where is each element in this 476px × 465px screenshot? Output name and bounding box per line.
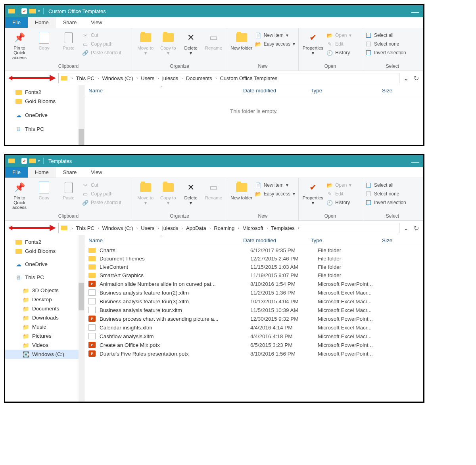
breadcrumb-segment[interactable]: Custom Office Templates xyxy=(219,75,278,81)
select-all-button[interactable]: Select all xyxy=(365,181,406,189)
nav-item[interactable]: ☁OneDrive xyxy=(5,111,84,120)
file-row[interactable]: LiveContent11/15/2015 1:03 AMFile folder xyxy=(84,263,423,271)
tab-file[interactable]: File xyxy=(5,167,28,178)
file-list-pane[interactable]: Name⌃ Date modified Type Size Charts6/12… xyxy=(84,235,423,402)
tab-view[interactable]: View xyxy=(84,17,109,28)
breadcrumb-segment[interactable]: AppData xyxy=(185,225,207,231)
file-row[interactable]: Business analysis feature tour(3).xltm10… xyxy=(84,297,423,306)
breadcrumb-segment[interactable]: Documents xyxy=(185,75,213,81)
file-list-pane[interactable]: Name⌃ Date modified Type Size This folde… xyxy=(84,85,423,145)
file-row[interactable]: SmartArt Graphics11/19/2015 9:07 PMFile … xyxy=(84,271,423,279)
file-row[interactable]: Calendar insights.xltm4/4/2016 4:14 PMMi… xyxy=(84,323,423,332)
nav-item[interactable]: Fonts2 xyxy=(5,237,84,247)
cut-button[interactable]: ✂Cut xyxy=(82,31,121,39)
chevron-right-icon[interactable]: › xyxy=(213,76,219,80)
column-type[interactable]: Type xyxy=(311,88,382,94)
breadcrumb-segment[interactable]: julesds xyxy=(161,225,179,231)
title-bar[interactable]: ✔ ▾ Custom Office Templates — xyxy=(5,5,423,17)
tab-share[interactable]: Share xyxy=(56,167,84,178)
copy-to-button[interactable]: Copy to ▾ xyxy=(158,180,178,206)
paste-button[interactable]: Paste xyxy=(58,180,80,200)
column-type[interactable]: Type xyxy=(311,237,382,243)
scrollbar[interactable] xyxy=(79,235,84,402)
properties-button[interactable]: ✔ Properties ▾ xyxy=(302,30,324,56)
file-row[interactable]: PBusiness process chart with ascending p… xyxy=(84,314,423,323)
new-folder-button[interactable]: New folder xyxy=(230,180,253,200)
breadcrumb-segment[interactable]: Windows (C:) xyxy=(102,225,134,231)
breadcrumb-segment[interactable]: Roaming xyxy=(213,225,235,231)
nav-item[interactable]: 💽Windows (C:) xyxy=(5,350,84,359)
easy-access-button[interactable]: 📂Easy access ▾ xyxy=(255,40,295,48)
column-headers[interactable]: Name⌃ Date modified Type Size xyxy=(84,235,423,246)
column-date[interactable]: Date modified xyxy=(243,88,311,94)
new-folder-button[interactable]: New folder xyxy=(230,30,253,50)
open-button[interactable]: 📂Open ▾ xyxy=(326,181,351,189)
nav-item[interactable]: 📁Videos xyxy=(5,341,84,350)
select-all-button[interactable]: Select all xyxy=(365,31,406,39)
chevron-right-icon[interactable]: › xyxy=(134,226,140,230)
copy-to-button[interactable]: Copy to ▾ xyxy=(158,30,178,56)
file-row[interactable]: PAnimation slide Numbers slide in on cur… xyxy=(84,279,423,288)
nav-item[interactable]: 🖥This PC xyxy=(5,124,84,134)
refresh-button[interactable]: ↻ xyxy=(412,75,420,82)
navigation-pane[interactable]: Fonts2Gold Blooms☁OneDrive🖥This PC📁3D Ob… xyxy=(5,235,84,402)
address-dropdown-icon[interactable]: ⌄ xyxy=(402,75,410,82)
nav-item[interactable]: ☁OneDrive xyxy=(5,260,84,269)
paste-shortcut-button[interactable]: 🔗Paste shortcut xyxy=(82,199,121,207)
chevron-right-icon[interactable]: › xyxy=(296,226,302,230)
breadcrumb-segment[interactable]: This PC xyxy=(75,225,95,231)
pin-to-quick-access-button[interactable]: 📌Pin to Quick access xyxy=(8,180,31,210)
file-row[interactable]: Charts6/12/2017 9:35 PMFile folder xyxy=(84,246,423,255)
paste-shortcut-button[interactable]: 🔗Paste shortcut xyxy=(82,49,121,57)
breadcrumb-segment[interactable]: Microsoft xyxy=(242,225,264,231)
rename-button[interactable]: ▭ Rename xyxy=(203,30,224,50)
chevron-right-icon[interactable]: › xyxy=(207,226,213,230)
invert-selection-button[interactable]: Invert selection xyxy=(365,49,406,57)
tab-share[interactable]: Share xyxy=(56,17,84,28)
address-dropdown-icon[interactable]: ⌄ xyxy=(402,224,410,232)
chevron-right-icon[interactable]: › xyxy=(235,226,242,230)
newfolder-qat-icon[interactable] xyxy=(29,159,36,163)
nav-item[interactable]: 📁3D Objects xyxy=(5,286,84,295)
select-none-button[interactable]: Select none xyxy=(365,40,406,48)
properties-button[interactable]: ✔Properties ▾ xyxy=(302,180,324,206)
nav-item[interactable]: Gold Blooms xyxy=(5,97,84,106)
breadcrumb-segment[interactable]: Templates xyxy=(270,225,295,231)
chevron-right-icon[interactable]: › xyxy=(264,226,271,230)
nav-item[interactable]: 📁Downloads xyxy=(5,313,84,322)
chevron-right-icon[interactable]: › xyxy=(134,76,140,80)
scrollbar-thumb[interactable] xyxy=(79,283,84,310)
breadcrumb-segment[interactable]: Users xyxy=(140,75,155,81)
nav-item[interactable]: 📁Pictures xyxy=(5,331,84,341)
column-name[interactable]: Name⌃ xyxy=(88,237,243,243)
edit-button[interactable]: ✎Edit xyxy=(326,40,351,48)
copy-path-button[interactable]: ▭Copy path xyxy=(82,190,121,198)
breadcrumb-segment[interactable]: Windows (C:) xyxy=(102,75,134,81)
chevron-right-icon[interactable]: › xyxy=(179,76,185,80)
new-item-button[interactable]: 📄New item ▾ xyxy=(255,181,295,189)
tab-view[interactable]: View xyxy=(84,167,109,178)
history-button[interactable]: 🕘History xyxy=(326,199,351,207)
address-bar[interactable]: ›This PC›Windows (C:)›Users›julesds›Docu… xyxy=(58,73,399,83)
breadcrumb-segment[interactable]: This PC xyxy=(75,75,95,81)
new-item-button[interactable]: 📄New item ▾ xyxy=(255,31,295,39)
minimize-button[interactable]: — xyxy=(411,8,419,17)
file-row[interactable]: Cashflow analysis.xltm4/4/2016 4:18 PMMi… xyxy=(84,332,423,341)
qat-dropdown-icon[interactable]: ▾ xyxy=(38,159,40,163)
pin-to-quick-access-button[interactable]: 📌 Pin to Quick access xyxy=(8,30,31,60)
chevron-right-icon[interactable]: › xyxy=(155,76,161,80)
column-size[interactable]: Size xyxy=(382,237,419,243)
nav-item[interactable]: Gold Blooms xyxy=(5,247,84,256)
chevron-right-icon[interactable]: › xyxy=(179,226,185,230)
address-bar[interactable]: ›This PC›Windows (C:)›Users›julesds›AppD… xyxy=(58,223,399,233)
breadcrumb-segment[interactable]: Users xyxy=(140,225,155,231)
column-name[interactable]: Name⌃ xyxy=(88,88,243,94)
newfolder-qat-icon[interactable] xyxy=(29,9,36,13)
rename-button[interactable]: ▭Rename xyxy=(203,180,224,200)
move-to-button[interactable]: Move to ▾ xyxy=(135,180,155,206)
copy-button[interactable]: Copy xyxy=(33,180,55,200)
tab-home[interactable]: Home xyxy=(28,17,56,28)
open-button[interactable]: 📂Open ▾ xyxy=(326,31,351,39)
column-headers[interactable]: Name⌃ Date modified Type Size xyxy=(84,85,423,96)
properties-qat-icon[interactable]: ✔ xyxy=(21,8,27,14)
